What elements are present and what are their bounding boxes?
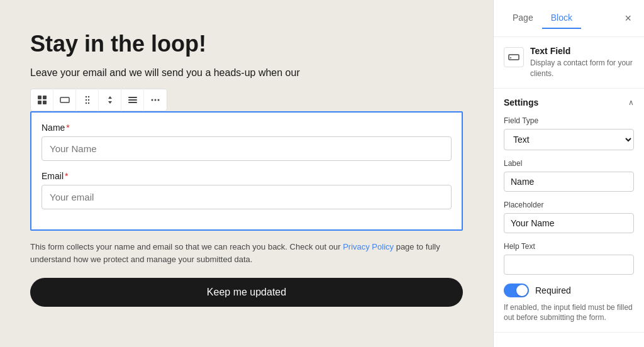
svg-point-16: [152, 99, 153, 101]
settings-section-header[interactable]: Settings ∧: [504, 97, 634, 107]
svg-point-10: [87, 102, 89, 104]
settings-section: Settings ∧ Field Type Text Email Number …: [494, 89, 644, 333]
settings-panel: Page Block × Text Field Display a contac…: [493, 0, 644, 347]
block-name: Text Field: [530, 46, 634, 56]
toolbar-btn-move[interactable]: [99, 89, 121, 111]
svg-point-17: [155, 99, 157, 101]
block-desc: Display a contact form for your clients.: [530, 58, 634, 79]
form-block: Name* Email*: [30, 111, 463, 231]
email-input[interactable]: [42, 185, 452, 209]
toolbar-btn-align[interactable]: [121, 89, 144, 111]
page-title: Stay in the loop!: [30, 30, 463, 57]
required-toggle-row: Required: [504, 284, 634, 297]
svg-point-8: [87, 99, 89, 101]
privacy-link[interactable]: Privacy Policy: [343, 242, 394, 251]
required-help-text: If enabled, the input field must be fill…: [504, 302, 634, 324]
chevron-up-icon: ∧: [628, 98, 634, 107]
svg-marker-11: [108, 96, 112, 99]
label-setting: Label: [504, 159, 634, 192]
panel-header: Page Block ×: [494, 0, 644, 37]
toolbar-btn-more[interactable]: [144, 89, 167, 111]
text-field-icon: [504, 47, 524, 67]
field-type-setting: Field Type Text Email Number Textarea: [504, 116, 634, 150]
panel-tabs: Page Block: [504, 8, 581, 29]
email-field-label: Email*: [42, 171, 452, 181]
canvas-area: Stay in the loop! Leave your email and w…: [0, 0, 493, 347]
block-toolbar: [30, 89, 167, 111]
privacy-text: This form collects your name and email s…: [30, 241, 463, 265]
toggle-knob: [516, 285, 528, 296]
placeholder-input[interactable]: [504, 213, 634, 233]
label-input[interactable]: [504, 172, 634, 192]
close-button[interactable]: ×: [622, 11, 634, 25]
label-label: Label: [504, 159, 634, 168]
svg-rect-2: [38, 101, 42, 104]
svg-point-6: [87, 96, 89, 97]
svg-point-5: [85, 96, 86, 97]
tab-page[interactable]: Page: [504, 8, 542, 29]
toolbar-btn-grid[interactable]: [31, 89, 53, 111]
field-type-select[interactable]: Text Email Number Textarea: [504, 129, 634, 150]
svg-rect-15: [128, 102, 137, 103]
svg-point-18: [158, 99, 160, 101]
required-toggle[interactable]: [504, 284, 529, 297]
svg-rect-3: [43, 101, 47, 104]
toolbar-btn-field[interactable]: [53, 89, 76, 111]
name-field-group: Name*: [42, 123, 452, 161]
svg-rect-14: [128, 99, 137, 101]
tab-block[interactable]: Block: [542, 8, 581, 29]
page-subtitle: Leave your email and we will send you a …: [30, 67, 463, 79]
svg-marker-12: [108, 101, 112, 104]
svg-point-9: [85, 102, 86, 104]
panel-block-info: Text Field Display a contact form for yo…: [494, 37, 644, 89]
name-input[interactable]: [42, 136, 452, 161]
email-field-group: Email*: [42, 171, 452, 209]
svg-rect-0: [38, 96, 42, 99]
field-type-label: Field Type: [504, 116, 634, 125]
svg-rect-4: [60, 97, 69, 102]
toolbar-btn-drag[interactable]: [76, 89, 99, 111]
required-toggle-label: Required: [535, 285, 571, 295]
name-field-label: Name*: [42, 123, 452, 133]
block-info-text: Text Field Display a contact form for yo…: [530, 46, 634, 79]
svg-rect-1: [43, 96, 47, 99]
submit-button[interactable]: Keep me updated: [30, 278, 463, 307]
help-text-setting: Help Text: [504, 242, 634, 275]
settings-section-title: Settings: [504, 97, 538, 107]
help-text-label: Help Text: [504, 242, 634, 251]
svg-point-7: [85, 99, 86, 101]
placeholder-setting: Placeholder: [504, 201, 634, 233]
help-text-input[interactable]: [504, 255, 634, 275]
svg-rect-13: [128, 97, 137, 98]
placeholder-label: Placeholder: [504, 201, 634, 209]
